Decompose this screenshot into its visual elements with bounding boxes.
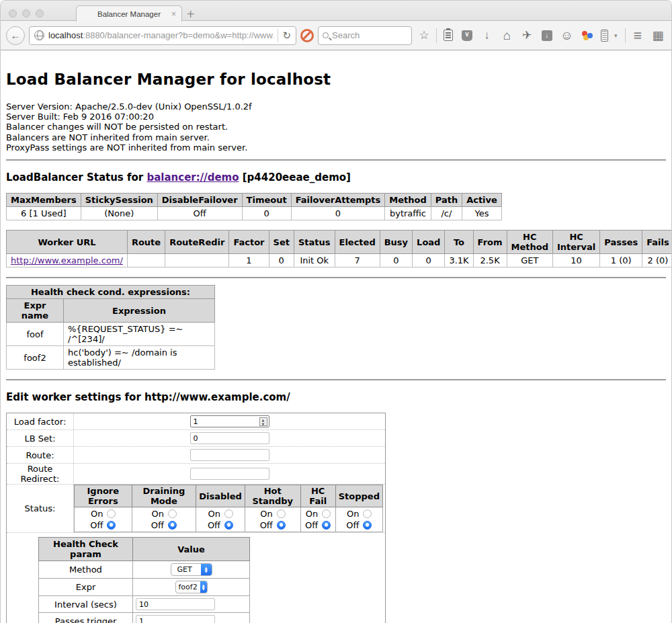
hc-fail-off-radio[interactable]: [322, 521, 331, 530]
radio-on-label: On: [347, 509, 359, 519]
column-header: HC Method: [507, 231, 552, 254]
sidebar-grid-icon[interactable]: ▦: [650, 30, 666, 42]
worker-url-link[interactable]: http://www.example.com/: [11, 255, 123, 265]
server-built-line: Server Built: Feb 9 2016 07:00:20: [6, 112, 666, 122]
load-factor-label: Load factor:: [7, 413, 74, 430]
edit-worker-form: Load factor: ▲▼ LB Set: Route: Route Red…: [6, 413, 386, 623]
method-label: Method: [39, 561, 133, 579]
back-button[interactable]: ←: [6, 26, 25, 45]
status-label: Status:: [7, 485, 74, 533]
form-row-status: Status: Ignore Errors Draining Mode Disa…: [7, 485, 386, 533]
interval-input[interactable]: [136, 598, 215, 610]
window-controls: [9, 9, 44, 17]
factor-cell: 1: [229, 254, 269, 267]
form-row: Route Redirect:: [7, 464, 386, 485]
method-select[interactable]: GET ▲▼: [171, 563, 212, 576]
ignore-errors-off-radio[interactable]: [107, 521, 116, 530]
close-window-button[interactable]: [9, 9, 17, 17]
active-cell: Yes: [462, 207, 502, 220]
hot-standby-on-radio[interactable]: [277, 509, 286, 518]
reading-list-icon[interactable]: [444, 30, 453, 41]
column-header: Health Check param: [39, 538, 133, 561]
minimize-window-button[interactable]: [22, 9, 30, 17]
heading-prefix: LoadBalancer Status for: [6, 171, 146, 183]
ignore-errors-on-radio[interactable]: [107, 509, 116, 518]
draining-mode-off-radio[interactable]: [168, 521, 177, 530]
table-row: 6 [1 Used] (None) Off 0 0 bytraffic /c/ …: [7, 207, 502, 220]
pocket-icon[interactable]: [462, 30, 472, 41]
number-spinner-icon[interactable]: ▲▼: [259, 417, 267, 426]
column-header: From: [473, 231, 507, 254]
bookmark-star-icon[interactable]: ☆: [416, 30, 432, 41]
stopped-on-radio[interactable]: [363, 509, 372, 518]
expr-select-value: foof2: [176, 583, 200, 591]
column-header: Worker URL: [7, 231, 128, 254]
persist-notice-line: Balancer changes will NOT be persisted o…: [6, 122, 666, 132]
new-tab-button[interactable]: +: [186, 7, 195, 20]
column-header: Expr name: [7, 299, 64, 323]
radio-on-label: On: [306, 509, 318, 519]
save-page-icon[interactable]: [542, 30, 552, 41]
column-header: Route: [127, 231, 165, 254]
downloads-icon[interactable]: ↓: [478, 30, 495, 41]
content-blocked-icon[interactable]: [300, 29, 314, 42]
smiley-icon[interactable]: ☺: [559, 29, 575, 42]
tab-balancer-manager[interactable]: Balancer Manager ×: [76, 5, 182, 22]
balancer-demo-link[interactable]: balancer://demo: [146, 171, 239, 183]
disabled-off-radio[interactable]: [224, 521, 233, 530]
extension-dots-icon[interactable]: [581, 30, 593, 41]
route-label: Route:: [7, 447, 74, 464]
reload-button[interactable]: ↻: [282, 30, 291, 42]
inherit-notice-line: Balancers are NOT inherited from main se…: [6, 132, 666, 142]
search-bar[interactable]: [318, 26, 412, 45]
url-text: localhost:8880/balancer-manager?b=demo&w…: [48, 30, 274, 40]
lb-set-input[interactable]: [190, 432, 269, 444]
send-icon[interactable]: ✈: [519, 30, 535, 41]
route-redirect-input[interactable]: [190, 468, 269, 480]
expression-cell: %{REQUEST_STATUS} =~ /^[234]/: [64, 323, 215, 346]
radio-on-label: On: [91, 509, 103, 519]
stickysession-cell: (None): [81, 207, 157, 220]
failoverattempts-cell: 0: [291, 207, 385, 220]
column-header: Hot Standby: [245, 485, 300, 507]
load-cell: 0: [413, 254, 445, 267]
server-version-line: Server Version: Apache/2.5.0-dev (Unix) …: [6, 101, 666, 112]
hc-fail-on-radio[interactable]: [322, 509, 331, 518]
toolbar-separator: [436, 28, 437, 43]
tab-close-icon[interactable]: ×: [171, 9, 176, 19]
route-input[interactable]: [190, 449, 269, 461]
menu-icon[interactable]: ≡: [630, 28, 646, 42]
draining-mode-on-radio[interactable]: [168, 509, 177, 518]
hc-param-row: Interval (secs): [39, 596, 250, 613]
url-bar[interactable]: localhost:8880/balancer-manager?b=demo&w…: [29, 26, 296, 45]
expr-select[interactable]: foof2 ▲▼: [175, 581, 208, 593]
select-stepper-icon: ▲▼: [201, 563, 212, 576]
from-cell: 2.5K: [473, 254, 507, 267]
radio-off-label: Off: [346, 520, 359, 530]
worker-status-table: Worker URL Route RouteRedir Factor Set S…: [6, 230, 672, 267]
busy-cell: 0: [380, 254, 412, 267]
chevron-down-icon[interactable]: ▾: [614, 32, 621, 39]
column-header: Fails: [642, 231, 672, 254]
radio-off-label: Off: [208, 520, 220, 530]
home-icon[interactable]: ⌂: [499, 29, 515, 42]
stopped-off-radio[interactable]: [363, 521, 372, 530]
zoom-window-button[interactable]: [36, 9, 44, 17]
device-icon[interactable]: [601, 30, 608, 42]
passes-input[interactable]: [136, 615, 215, 623]
radio-on-label: On: [260, 509, 272, 519]
load-factor-input[interactable]: [190, 415, 269, 427]
set-cell: 0: [269, 254, 294, 267]
column-header: Set: [269, 231, 294, 254]
disabled-on-radio[interactable]: [224, 509, 233, 518]
hot-standby-off-radio[interactable]: [277, 521, 286, 530]
column-header: HC Fail: [300, 485, 335, 507]
search-input[interactable]: [332, 30, 392, 40]
column-header: Path: [431, 194, 462, 207]
fails-cell: 2 (0): [642, 254, 672, 267]
column-header: Busy: [380, 231, 412, 254]
column-header: HC Interval: [552, 231, 599, 254]
method-cell: bytraffic: [385, 207, 431, 220]
globe-icon: [34, 30, 44, 40]
worker-url-cell: http://www.example.com/: [7, 254, 128, 267]
